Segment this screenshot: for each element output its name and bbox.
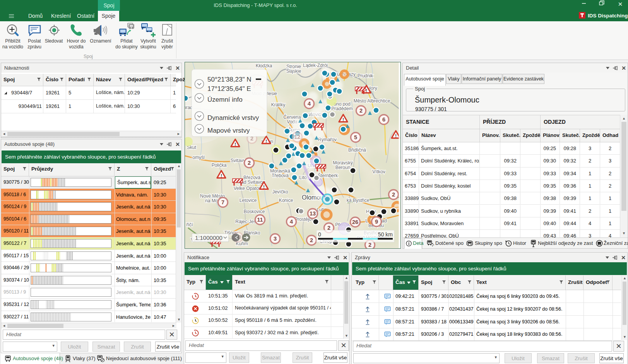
svg-text:3: 3 [274,236,277,242]
svg-text:ká Bystřice: ká Bystřice [347,198,370,203]
svg-text:!: ! [221,173,222,178]
svg-text:Územní info: Územní info [207,96,243,103]
svg-text:Břidličná: Břidličná [348,147,366,153]
svg-text:5: 5 [354,134,357,140]
svg-text:2: 2 [368,242,371,248]
svg-text:Mapové vrstvy: Mapové vrstvy [207,127,250,134]
svg-text:Konice: Konice [279,198,293,203]
svg-text:0: 0 [318,231,321,238]
svg-text:2: 2 [248,160,251,166]
svg-text:50°21'38,23" N: 50°21'38,23" N [207,76,251,83]
svg-text:Králíky: Králíky [271,102,286,108]
svg-text:17°12'35,64" E: 17°12'35,64" E [207,85,251,92]
svg-text:Vítkov: Vítkov [372,169,385,174]
svg-text:Lito: Lito [299,175,307,180]
svg-text:Śląskie: Śląskie [286,68,301,74]
svg-text:Letovice: Letovice [240,198,257,203]
svg-text:50 km: 50 km [378,231,393,238]
svg-text:!: ! [265,139,267,144]
svg-text:7: 7 [221,199,224,205]
svg-text:Kłodzka: Kłodzka [256,63,272,68]
svg-text:říčí: říčí [187,222,193,227]
svg-text:9: 9 [375,219,378,225]
svg-text:!: ! [395,133,397,138]
svg-text:Dynamické vrstvy: Dynamické vrstvy [207,114,259,121]
svg-text:Pradědem: Pradědem [331,106,353,111]
svg-text:Jevíčko: Jevíčko [272,189,288,195]
svg-text:4: 4 [290,219,293,225]
svg-text:Lądek-Zdrój: Lądek-Zdrój [303,63,328,68]
svg-text:1:1000000: 1:1000000 [195,234,222,241]
svg-text:Prudnik: Prudnik [358,73,374,79]
svg-text:Beroun: Beroun [335,165,351,170]
svg-text:Polička: Polička [212,162,227,168]
svg-text:2: 2 [359,108,363,114]
svg-text:omyšl: omyšl [192,155,204,160]
svg-text:Šternberk: Šternberk [318,173,338,178]
svg-text:6: 6 [382,116,385,123]
svg-text:!: ! [366,88,367,93]
svg-text:Třebová: Třebová [272,173,289,178]
svg-text:Boskovice: Boskovice [244,209,265,214]
svg-text:Svitavy: Svitavy [231,158,246,163]
svg-text:11: 11 [257,217,263,223]
svg-text:Město Albrechtice: Město Albrechtice [354,98,390,104]
svg-text:2: 2 [392,191,395,198]
svg-text:2: 2 [310,237,313,243]
svg-text:!: ! [234,142,236,147]
svg-text:12: 12 [294,134,300,140]
svg-text:13: 13 [310,210,316,217]
svg-text:26: 26 [352,219,358,225]
svg-text:!: ! [342,117,344,122]
svg-text:4: 4 [308,101,311,107]
svg-text:!: ! [263,185,265,189]
